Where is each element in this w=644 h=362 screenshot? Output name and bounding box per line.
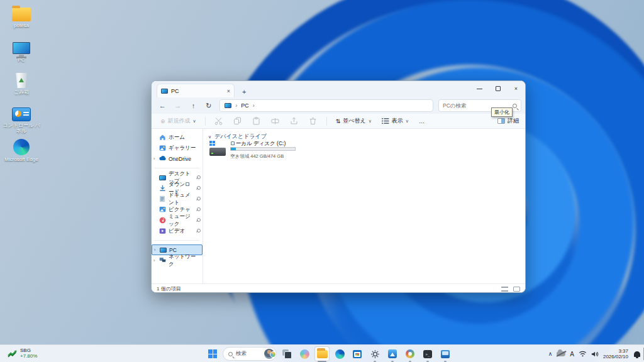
photos-icon	[388, 349, 397, 358]
rename-button[interactable]	[267, 117, 284, 125]
chevron-down-icon: ∨	[208, 134, 211, 140]
more-button[interactable]: …	[415, 116, 428, 126]
microsoft-store-button[interactable]	[350, 346, 365, 361]
drive-free-space: 空き領域 442 GB/474 GB	[230, 153, 284, 160]
forward-button[interactable]: →	[171, 102, 186, 109]
sidebar-item-label: ホーム	[169, 134, 185, 141]
chevron-down-icon: ∨	[193, 119, 196, 124]
sidebar-item-music[interactable]: ミュージック	[152, 215, 203, 226]
pc-monitor-icon	[161, 89, 168, 94]
desktop-icon-label: PC	[1, 57, 42, 63]
content-pane: ∨ デバイスとドライブ ローカル ディスク (C:) 空き領域 442 GB/4…	[203, 129, 525, 283]
breadcrumb-item-pc[interactable]: PC	[241, 102, 249, 109]
back-button[interactable]: ←	[155, 102, 170, 109]
notification-bell-icon[interactable]	[634, 351, 640, 357]
sidebar-item-onedrive[interactable]: › OneDrive	[152, 153, 203, 164]
desktop-icon-control-panel[interactable]: コントロール パネル	[1, 102, 42, 134]
desktop-icon-user-folder[interactable]: potesa	[1, 3, 42, 28]
cut-button[interactable]	[211, 117, 227, 125]
close-button[interactable]: ×	[507, 81, 525, 96]
breadcrumb[interactable]: › PC ›	[219, 99, 433, 112]
file-explorer-button[interactable]	[314, 346, 330, 361]
sort-button[interactable]: ⇅ 並べ替え ∨	[332, 115, 375, 127]
ime-mode-indicator[interactable]: A	[570, 351, 574, 358]
recycle-bin-icon	[15, 73, 28, 88]
taskbar-search-box[interactable]: 検索	[223, 347, 277, 361]
sidebar-item-label: OneDrive	[169, 156, 191, 162]
paste-button[interactable]	[248, 117, 265, 125]
clock[interactable]: 3:37 2026/02/10	[603, 348, 628, 359]
drive-capacity-bar	[230, 147, 296, 151]
home-icon	[159, 134, 166, 141]
desktop-icon-label: コントロール パネル	[1, 123, 42, 134]
video-icon	[159, 228, 166, 234]
maximize-button[interactable]	[489, 81, 507, 96]
share-button[interactable]	[286, 117, 303, 125]
windows-logo-icon	[208, 349, 217, 358]
chevron-right-icon[interactable]: ›	[154, 248, 155, 252]
refresh-button[interactable]: ↻	[202, 102, 216, 110]
chevron-down-icon: ∨	[406, 119, 409, 124]
tray-overflow-chevron-icon[interactable]: ∧	[548, 351, 553, 357]
sidebar-item-gallery[interactable]: ギャラリー	[152, 143, 203, 153]
new-tab-button[interactable]: +	[242, 88, 246, 96]
sidebar-item-label: ネットワーク	[169, 253, 200, 268]
minimize-button[interactable]	[470, 81, 489, 96]
folder-icon	[12, 8, 31, 21]
desktop-icon-edge[interactable]: Microsoft Edge	[1, 136, 42, 162]
onedrive-offline-icon[interactable]	[557, 351, 565, 356]
new-button[interactable]: ⊕ 新規作成 ∨	[157, 115, 200, 127]
tab-title: PC	[171, 88, 224, 94]
volume-icon[interactable]	[591, 351, 599, 358]
desktop-icon-label: Microsoft Edge	[1, 156, 42, 162]
sidebar-item-network[interactable]: › ネットワーク	[152, 255, 203, 266]
up-button[interactable]: ↑	[186, 102, 201, 109]
widgets-button[interactable]: SBG +7.80%	[4, 346, 41, 360]
large-icons-view-toggle-icon[interactable]	[513, 287, 520, 292]
widget-ticker-symbol: SBG	[20, 348, 37, 353]
app-window-icon	[441, 350, 450, 358]
pin-icon	[196, 229, 200, 233]
document-icon	[159, 195, 166, 202]
minimize-icon	[477, 89, 482, 89]
taskbar-center: 検索 >_	[205, 346, 453, 361]
sidebar-item-documents[interactable]: ドキュメント	[152, 194, 203, 204]
desktop-icon-recycle-bin[interactable]: ごみ箱	[1, 69, 42, 95]
chevron-right-icon[interactable]: ›	[153, 258, 155, 263]
search-icon	[513, 104, 517, 108]
pc-monitor-icon	[160, 246, 167, 253]
sidebar-item-videos[interactable]: ビデオ	[152, 226, 203, 236]
pin-icon	[196, 218, 200, 222]
tab-close-icon[interactable]: ×	[227, 88, 230, 94]
paint-icon	[406, 349, 414, 358]
widget-ticker-change: +7.80%	[20, 353, 37, 359]
terminal-button[interactable]: >_	[420, 346, 435, 361]
maximize-icon	[496, 86, 501, 91]
details-view-toggle-icon[interactable]	[501, 287, 508, 292]
task-view-button[interactable]	[279, 346, 294, 361]
copy-button[interactable]	[230, 117, 246, 125]
copilot-button[interactable]	[297, 346, 312, 361]
photos-button[interactable]	[385, 346, 400, 361]
desktop-icon-pc[interactable]: PC	[1, 35, 42, 63]
wifi-icon[interactable]	[579, 351, 587, 357]
start-button[interactable]	[205, 346, 220, 361]
chevron-right-icon[interactable]: ›	[253, 102, 255, 109]
view-button[interactable]: 表示 ∨	[378, 115, 413, 127]
chevron-right-icon[interactable]: ›	[153, 156, 155, 161]
drive-c-tile[interactable]: ローカル ディスク (C:) 空き領域 442 GB/474 GB	[208, 140, 296, 163]
pin-icon	[196, 197, 200, 201]
plus-circle-icon: ⊕	[160, 118, 165, 124]
tab-pc[interactable]: PC ×	[157, 84, 235, 97]
edge-button[interactable]	[332, 346, 347, 361]
sidebar-item-home[interactable]: ホーム	[152, 132, 203, 143]
paint-button[interactable]	[402, 346, 418, 361]
toolbar-separator	[205, 117, 206, 126]
view-button-label: 表示	[392, 117, 403, 125]
settings-button[interactable]	[367, 346, 382, 361]
details-pane-button[interactable]: 詳細	[497, 117, 519, 125]
app-window-button[interactable]	[438, 346, 453, 361]
music-icon	[159, 217, 166, 224]
gallery-icon	[159, 145, 166, 151]
delete-button[interactable]	[305, 117, 321, 125]
